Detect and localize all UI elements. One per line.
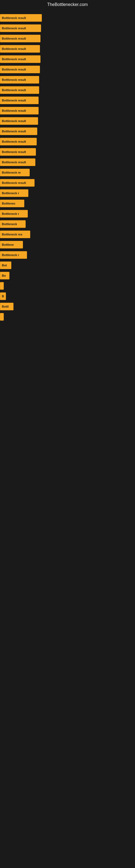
bar-row: Bottleneck result — [0, 13, 135, 22]
bottleneck-bar: Bottl — [0, 303, 13, 310]
bar-row: Bottleneck result — [0, 96, 135, 105]
bottleneck-bar: Bottleneck result — [0, 14, 42, 22]
bar-row: Bottleneck result — [0, 127, 135, 135]
bottleneck-bar: Bottleneck result — [0, 127, 37, 135]
bottleneck-bar: Bottleneck r — [0, 189, 28, 197]
bottleneck-bar: Bottleneck result — [0, 35, 41, 42]
bottleneck-bar — [0, 282, 4, 290]
bar-row: Bottleneck result — [0, 117, 135, 125]
bottleneck-bar: Bo — [0, 272, 9, 279]
bar-row: Bottleneck r — [0, 189, 135, 197]
bottleneck-bar: Bottleneck r — [0, 251, 27, 259]
bar-row: Bottleneck result — [0, 44, 135, 53]
bar-row: Bot — [0, 261, 135, 270]
bar-row: Bottleneck result — [0, 179, 135, 187]
bottleneck-bar: Bottlene — [0, 241, 23, 248]
bar-row — [0, 282, 135, 290]
bottleneck-bar — [0, 313, 4, 321]
bottleneck-bar: Bottleneck result — [0, 24, 41, 32]
bar-row: Bottleneck result — [0, 55, 135, 63]
bottleneck-bar: Bottleneck result — [0, 45, 40, 53]
bottleneck-bar: Bottleneck result — [0, 148, 36, 156]
site-title: TheBottlenecker.com — [0, 0, 135, 9]
bar-row: Bo — [0, 271, 135, 280]
bar-row: Bottleneck r — [0, 251, 135, 259]
bar-row: B — [0, 292, 135, 301]
bottleneck-bar: Bottleneck result — [0, 107, 39, 115]
bottleneck-bar: Bottlenec — [0, 199, 24, 207]
bar-row: Bottleneck result — [0, 65, 135, 74]
bar-row — [0, 312, 135, 321]
bottleneck-bar: Bottleneck r — [0, 210, 28, 218]
bottleneck-bar: Bottleneck — [0, 220, 26, 228]
bottleneck-bar: Bottleneck result — [0, 76, 39, 84]
bar-row: Bottleneck result — [0, 86, 135, 94]
bars-container: Bottleneck resultBottleneck resultBottle… — [0, 9, 135, 326]
bar-row: Bottleneck result — [0, 148, 135, 156]
bar-row: Bottleneck result — [0, 137, 135, 146]
bottleneck-bar: Bottleneck result — [0, 179, 35, 187]
bar-row: Bottleneck result — [0, 34, 135, 43]
bar-row: Bottleneck — [0, 220, 135, 228]
bar-row: Bottleneck r — [0, 209, 135, 218]
bottleneck-bar: Bottleneck res — [0, 230, 30, 238]
bottleneck-bar: Bottleneck result — [0, 158, 35, 166]
bar-row: Bottleneck res — [0, 230, 135, 239]
bottleneck-bar: Bottleneck result — [0, 66, 40, 73]
bottleneck-bar: Bottleneck result — [0, 86, 39, 94]
bar-row: Bottlenec — [0, 199, 135, 208]
bar-row: Bottleneck result — [0, 106, 135, 115]
bar-row: Bottleneck re — [0, 168, 135, 177]
bottleneck-bar: Bottleneck result — [0, 55, 41, 63]
bottleneck-bar: Bottleneck result — [0, 138, 37, 145]
bottleneck-bar: Bottleneck result — [0, 117, 38, 125]
bottleneck-bar: Bot — [0, 261, 11, 269]
bottleneck-bar: Bottleneck re — [0, 169, 30, 176]
bar-row: Bottleneck result — [0, 158, 135, 166]
site-title-text: TheBottlenecker.com — [47, 2, 88, 7]
bottleneck-bar: B — [0, 292, 6, 300]
bar-row: Bottl — [0, 302, 135, 311]
bottleneck-bar: Bottleneck result — [0, 97, 39, 104]
bar-row: Bottleneck result — [0, 75, 135, 84]
bar-row: Bottlene — [0, 240, 135, 249]
bar-row: Bottleneck result — [0, 24, 135, 33]
